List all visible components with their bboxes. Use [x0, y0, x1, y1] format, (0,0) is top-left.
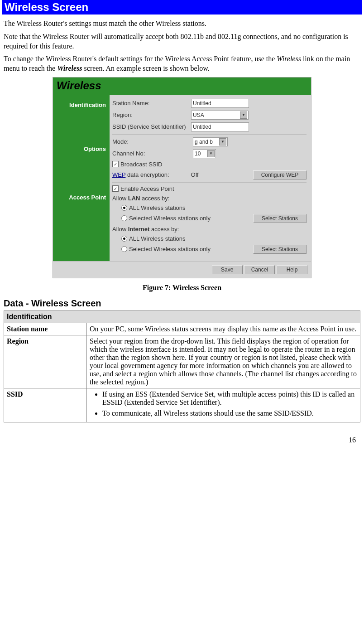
internet-selected-radio[interactable]: Selected Wireless stations only — [121, 246, 211, 252]
ssid-label: SSID (Service Set Identifier) — [112, 123, 189, 130]
lan-all-label: ALL Wireless stations — [129, 204, 186, 211]
page-number: 16 — [2, 422, 362, 448]
section-access-point: Access Point — [53, 194, 110, 201]
radio-icon — [121, 215, 127, 221]
data-section-heading: Data - Wireless Screen — [4, 298, 360, 309]
mode-label: Mode: — [112, 138, 158, 145]
row-label-station: Station name — [4, 323, 87, 335]
broadcast-ssid-checkbox[interactable]: ✓ Broadcast SSID — [112, 161, 163, 168]
channel-select[interactable]: 10 ▼ — [193, 149, 216, 158]
intro-p3-em2: Wireless — [57, 64, 82, 72]
lan-all-radio[interactable]: ALL Wireless stations — [121, 204, 186, 211]
intro-p3-pre: To change the Wireless Router's default … — [4, 55, 277, 63]
table-row: SSID If using an ESS (Extended Service S… — [4, 388, 360, 422]
intro-p1: The Wireless Router's settings must matc… — [4, 19, 360, 29]
allow-lan-pre: Allow — [112, 195, 128, 202]
help-button[interactable]: Help — [277, 265, 307, 274]
intro-p2: Note that the Wireless Router will autom… — [4, 32, 360, 51]
checkbox-icon: ✓ — [112, 161, 119, 167]
intro-p3-post: screen. An example screen is shown below… — [82, 64, 210, 72]
chevron-down-icon: ▼ — [207, 150, 215, 157]
broadcast-ssid-label: Broadcast SSID — [120, 161, 163, 168]
cancel-button[interactable]: Cancel — [244, 265, 275, 274]
allow-lan-bold: LAN — [128, 195, 140, 202]
ssid-input[interactable]: Untitled — [191, 122, 249, 131]
row-desc-region: Select your region from the drop-down li… — [87, 335, 360, 388]
mode-value: g and b — [195, 139, 213, 145]
figure-caption: Figure 7: Wireless Screen — [2, 284, 362, 292]
chevron-down-icon: ▼ — [219, 138, 226, 145]
enable-ap-checkbox[interactable]: ✓ Enable Access Point — [112, 185, 174, 192]
allow-internet-post: access by: — [149, 226, 179, 233]
channel-label: Channel No: — [112, 150, 158, 157]
wireless-screen-figure: Wireless Identification Options Access P… — [53, 77, 311, 278]
station-name-input[interactable]: Untitled — [191, 99, 249, 108]
data-table: Identification Station name On your PC, … — [4, 310, 360, 422]
page-title: Wireless Screen — [5, 1, 88, 13]
internet-select-stations-button[interactable]: Select Stations — [253, 245, 307, 254]
ssid-bullet-1: If using an ESS (Extended Service Set, w… — [102, 390, 357, 407]
wep-rest: data encryption: — [125, 171, 169, 178]
table-row: Region Select your region from the drop-… — [4, 335, 360, 388]
lan-selected-radio[interactable]: Selected Wireless stations only — [121, 215, 211, 222]
lan-selected-label: Selected Wireless stations only — [129, 215, 211, 222]
radio-icon — [121, 236, 127, 242]
figure-wrap: Wireless Identification Options Access P… — [2, 77, 362, 278]
section-options: Options — [53, 145, 110, 152]
figure-form: Station Name: Untitled Region: USA ▼ SSI… — [110, 95, 311, 261]
intro-p3-em1: Wireless — [277, 55, 301, 63]
radio-icon — [121, 246, 127, 252]
table-row: Station name On your PC, some Wireless s… — [4, 323, 360, 335]
internet-all-label: ALL Wireless stations — [129, 235, 186, 242]
save-button[interactable]: Save — [212, 265, 243, 274]
allow-internet-bold: Internet — [128, 226, 150, 233]
figure-left-nav: Identification Options Access Point — [53, 95, 110, 261]
section-identification: Identification — [53, 102, 110, 108]
row-label-ssid: SSID — [4, 388, 87, 422]
page-title-bar: Wireless Screen — [2, 0, 362, 15]
lan-select-stations-button[interactable]: Select Stations — [253, 214, 307, 223]
allow-internet-pre: Allow — [112, 226, 128, 233]
wep-label: WEP data encryption: — [112, 171, 169, 178]
chevron-down-icon: ▼ — [240, 112, 247, 119]
row-label-region: Region — [4, 335, 87, 388]
region-select[interactable]: USA ▼ — [191, 111, 249, 120]
table-sub-header: Identification — [4, 310, 360, 323]
enable-ap-label: Enable Access Point — [120, 185, 174, 192]
wep-status: Off — [191, 171, 199, 178]
allow-internet-label: Allow Internet access by: — [112, 226, 179, 233]
wep-link[interactable]: WEP — [112, 171, 125, 178]
region-label: Region: — [112, 112, 189, 118]
configure-wep-button[interactable]: Configure WEP — [253, 170, 307, 179]
ssid-bullet-2: To communicate, all Wireless stations sh… — [102, 409, 357, 417]
figure-bottom-buttons: Save Cancel Help — [53, 261, 311, 278]
intro-p3: To change the Wireless Router's default … — [4, 54, 360, 73]
mode-select[interactable]: g and b ▼ — [193, 137, 228, 146]
region-value: USA — [193, 112, 204, 118]
checkbox-icon: ✓ — [112, 185, 119, 192]
radio-icon — [121, 205, 127, 211]
allow-lan-post: access by: — [140, 195, 169, 202]
allow-lan-label: Allow LAN access by: — [112, 195, 169, 202]
figure-title: Wireless — [53, 78, 311, 95]
internet-selected-label: Selected Wireless stations only — [129, 246, 211, 252]
figure-body: Identification Options Access Point Stat… — [53, 95, 311, 261]
row-desc-station: On your PC, some Wireless status screens… — [87, 323, 360, 335]
station-name-label: Station Name: — [112, 100, 189, 107]
row-desc-ssid: If using an ESS (Extended Service Set, w… — [87, 388, 360, 422]
internet-all-radio[interactable]: ALL Wireless stations — [121, 235, 186, 242]
channel-value: 10 — [195, 150, 201, 157]
